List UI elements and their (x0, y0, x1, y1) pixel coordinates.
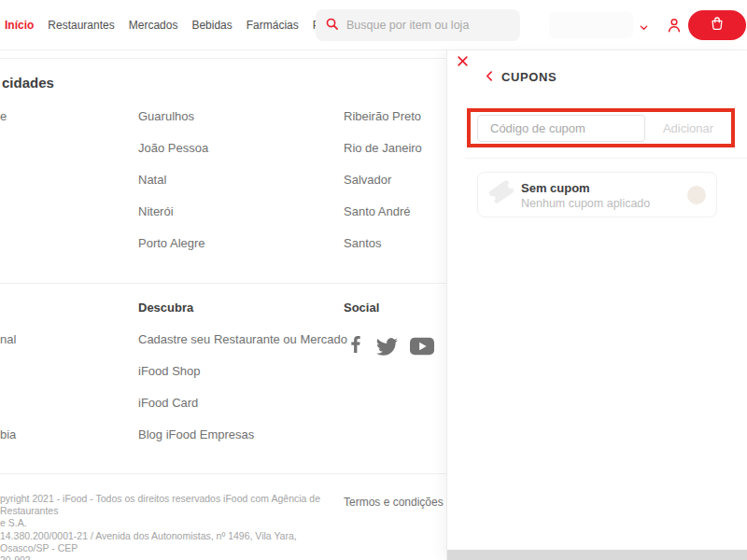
youtube-icon[interactable] (410, 337, 432, 359)
nav-item-bebidas[interactable]: Bebidas (191, 19, 232, 32)
footer-link-ifood-shop[interactable]: iFood Shop (138, 364, 201, 378)
facebook-icon[interactable] (345, 333, 367, 356)
city-link-joao-pessoa[interactable]: João Pessoa (138, 141, 208, 155)
social-heading: Social (344, 301, 379, 315)
panel-title: CUPONS (501, 70, 557, 84)
nav-item-mercados[interactable]: Mercados (129, 19, 178, 32)
terms-link[interactable]: Termos e condições de (344, 496, 458, 509)
city-link-santo-andre[interactable]: Santo André (344, 204, 411, 218)
copyright-line: pyright 2021 - iFood - Todos os direitos… (0, 493, 336, 517)
discover-heading: Descubra (138, 301, 193, 315)
search-placeholder: Busque por item ou loja (346, 19, 469, 32)
city-link-santos[interactable]: Santos (344, 236, 381, 250)
address-select[interactable] (549, 12, 633, 38)
ticket-icon (488, 179, 514, 203)
section-divider (0, 283, 446, 284)
city-link-niteroi[interactable]: Niterói (138, 204, 174, 218)
close-icon[interactable] (457, 54, 472, 69)
bag-icon (709, 15, 726, 35)
add-coupon-button[interactable]: Adicionar (651, 115, 726, 142)
footer-divider (0, 473, 446, 474)
city-link-salvador[interactable]: Salvador (344, 173, 391, 187)
twitter-icon[interactable] (376, 336, 399, 358)
user-icon[interactable] (665, 16, 684, 38)
footer-link-ifood-card[interactable]: iFood Card (138, 396, 198, 410)
chevron-left-icon[interactable] (484, 69, 496, 86)
horizontal-scrollbar[interactable] (447, 550, 747, 560)
cities-heading: cidades (2, 75, 54, 91)
footer-link-col1-row4[interactable]: bia (0, 427, 16, 441)
search-input[interactable]: Busque por item ou loja (316, 9, 520, 41)
top-navbar: Início Restaurantes Mercados Bebidas Far… (0, 0, 747, 50)
panel-divider (465, 158, 747, 159)
city-link-porto-alegre[interactable]: Porto Alegre (138, 236, 205, 250)
no-coupon-subtitle: Nenhum cupom aplicado (521, 197, 650, 210)
coupon-panel: CUPONS Adicionar Sem cupom Nenhum cupom … (446, 50, 747, 560)
nav-item-restaurantes[interactable]: Restaurantes (48, 19, 114, 32)
city-link-rio-de-janeiro[interactable]: Rio de Janeiro (344, 141, 422, 155)
city-link-guarulhos[interactable]: Guarulhos (138, 109, 194, 123)
coupon-code-input[interactable] (477, 115, 645, 142)
footer-link-col1-row1[interactable]: nal (0, 332, 16, 346)
copyright-line: e S.A. (0, 517, 336, 529)
cart-button[interactable] (688, 10, 746, 40)
city-link-col1-row1[interactable]: e (0, 109, 7, 123)
copyright-text: pyright 2021 - iFood - Todos os direitos… (0, 493, 336, 560)
no-coupon-card[interactable]: Sem cupom Nenhum cupom aplicado (477, 172, 717, 217)
nav-item-inicio[interactable]: Início (5, 19, 34, 32)
section-divider (0, 58, 446, 59)
footer-link-cadastre[interactable]: Cadastre seu Restaurante ou Mercado (138, 332, 347, 346)
no-coupon-title: Sem cupom (521, 181, 590, 195)
city-link-ribeirao-preto[interactable]: Ribeirão Preto (344, 109, 421, 123)
city-link-natal[interactable]: Natal (138, 173, 166, 187)
nav-item-farmacias[interactable]: Farmácias (247, 19, 299, 32)
chevron-down-icon[interactable] (639, 20, 649, 36)
copyright-line: 20-902 (0, 554, 336, 560)
search-icon (325, 17, 339, 35)
copyright-line: 14.380.200/0001-21 / Avenida dos Autonom… (0, 530, 336, 554)
no-coupon-radio[interactable] (687, 186, 706, 204)
footer-link-blog-empresas[interactable]: Blog iFood Empresas (138, 427, 254, 441)
